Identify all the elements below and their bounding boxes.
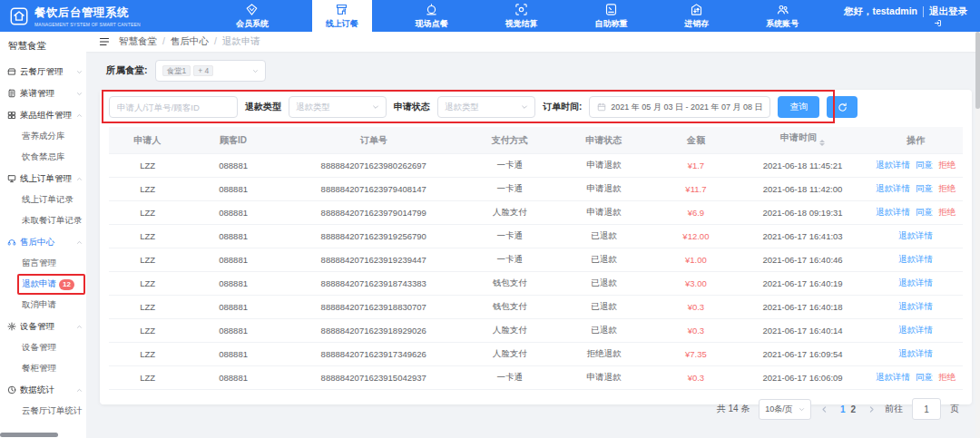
column-header[interactable]: 申请时间: [737, 127, 868, 154]
breadcrumb-separator: /: [214, 35, 217, 46]
action-detail-link[interactable]: 退款详情: [876, 207, 910, 217]
device-icon: [7, 322, 16, 331]
aftersale-icon: [7, 238, 16, 247]
nav-tab-visual-settlement[interactable]: 视觉结算: [492, 0, 552, 32]
search-input[interactable]: [109, 96, 238, 118]
sidebar-item-device-mgmt-sub[interactable]: 设备管理: [0, 337, 86, 358]
action-approve-link[interactable]: 同意: [916, 207, 933, 217]
sidebar-subitem-label: 餐柜管理: [22, 363, 56, 375]
cell-customer-id: 088881: [186, 319, 280, 343]
cell-customer-id: 088881: [186, 343, 280, 366]
action-detail-link[interactable]: 退款详情: [898, 254, 933, 264]
sidebar-item-refund-request[interactable]: 退款申请12: [0, 274, 86, 295]
action-detail-link[interactable]: 退款详情: [898, 230, 933, 240]
cell-actions: 退款详情同意拒绝: [868, 178, 963, 201]
table-row: LZZ0888818888842071623979408147一卡通申请退款¥1…: [109, 178, 963, 201]
sort-icon[interactable]: [819, 137, 825, 149]
sidebar-item-online-order-mgmt[interactable]: 线上订单管理: [0, 168, 86, 190]
table-row: LZZ0888818888842071623979014799人脸支付申请退款¥…: [109, 201, 963, 225]
apply-status-select[interactable]: 退款类型: [437, 96, 535, 118]
table-row: LZZ0888818888842071623919239447一卡通已退款¥1.…: [109, 248, 963, 272]
sidebar-item-cancel-request[interactable]: 取消申请: [0, 295, 86, 316]
cell-actions: 退款详情同意拒绝: [868, 366, 963, 390]
nav-tab-label: 视觉结算: [505, 18, 538, 30]
sidebar-subitem-label: 饮食禁忌库: [22, 151, 65, 163]
action-detail-link[interactable]: 退款详情: [898, 348, 933, 358]
cell-order-no: 8888842071623979408147: [280, 178, 467, 201]
sidebar-item-nutrition-library[interactable]: 营养成分库: [0, 126, 86, 147]
breadcrumb-item[interactable]: 智慧食堂: [119, 35, 157, 46]
nav-tab-member[interactable]: 会员系统: [222, 0, 282, 32]
page-size-value: 10条/页: [765, 404, 793, 415]
nav-tab-online-order[interactable]: 线上订餐: [312, 0, 372, 32]
action-approve-link[interactable]: 同意: [916, 183, 933, 193]
cell-time: 2021-06-17 16:06:09: [737, 366, 868, 390]
cell-customer-id: 088881: [186, 366, 280, 390]
sidebar-item-dish-component[interactable]: 菜品组件管理: [0, 104, 86, 126]
sidebar-subitem-label: 未取餐订单记录: [22, 215, 83, 227]
breadcrumb-bar: 智慧食堂/售后中心/退款申请: [86, 32, 980, 52]
cell-customer-id: 088881: [186, 154, 280, 178]
collapse-menu-icon[interactable]: [99, 36, 110, 47]
sidebar-item-aftersale-center[interactable]: 售后中心: [0, 231, 86, 253]
table-row: LZZ0888818888842071623918929026人脸支付已退款¥0…: [109, 319, 963, 343]
logout-button[interactable]: 退出登录: [929, 5, 967, 18]
cell-amount: ¥0.3: [655, 296, 737, 319]
cell-customer-id: 088881: [186, 272, 280, 296]
nav-tab-system-account[interactable]: 系统账号: [752, 0, 812, 32]
action-detail-link[interactable]: 退款详情: [898, 325, 933, 335]
table-row: LZZ0888818888842071623918830707钱包支付已退款¥0…: [109, 296, 963, 319]
action-approve-link[interactable]: 同意: [916, 372, 933, 382]
sidebar-item-cloud-canteen-order-stats[interactable]: 云餐厅订单统计: [0, 401, 86, 422]
nav-tab-self-weighing[interactable]: 自助称重: [581, 0, 641, 32]
sidebar-item-cabinet-mgmt[interactable]: 餐柜管理: [0, 358, 86, 379]
cell-status: 已退款: [553, 272, 655, 296]
date-range-picker[interactable]: 2021 年 05 月 03 日 - 2021 年 07 月 08 日: [589, 96, 770, 118]
sidebar-item-cloud-canteen[interactable]: 云餐厅管理: [0, 61, 86, 83]
goto-page-input[interactable]: [912, 398, 941, 420]
action-detail-link[interactable]: 退款详情: [898, 301, 933, 311]
cell-time: 2021-06-17 16:40:19: [737, 272, 868, 296]
cell-time: 2021-06-18 11:42:00: [737, 178, 868, 201]
page-number-1[interactable]: 1: [838, 404, 848, 414]
vertical-scrollbar-thumb[interactable]: [975, 32, 980, 109]
canteen-select[interactable]: 食堂1 + 4: [155, 60, 266, 82]
sidebar-item-message-mgmt[interactable]: 留言管理: [0, 253, 86, 274]
prev-page-button[interactable]: [820, 405, 828, 414]
nav-tab-inventory[interactable]: 进销存: [671, 0, 722, 32]
nav-tab-onsite-order[interactable]: 现场点餐: [402, 0, 462, 32]
sidebar-item-device-mgmt[interactable]: 设备管理: [0, 316, 86, 337]
action-approve-link[interactable]: 同意: [916, 160, 933, 170]
breadcrumb-item[interactable]: 售后中心: [171, 35, 209, 46]
sidebar-item-data-stats[interactable]: 数据统计: [0, 379, 86, 401]
action-detail-link[interactable]: 退款详情: [898, 277, 933, 287]
action-reject-link[interactable]: 拒绝: [938, 183, 956, 193]
chevron-down-icon: [252, 68, 259, 74]
cell-amount: ¥3.00: [655, 272, 737, 296]
cell-time: 2021-06-17 16:41:03: [737, 225, 868, 248]
search-button[interactable]: 查询: [778, 96, 819, 118]
action-reject-link[interactable]: 拒绝: [938, 207, 956, 217]
visual-settlement-icon: [514, 3, 528, 16]
refund-type-select[interactable]: 退款类型: [289, 96, 387, 118]
page-number-2[interactable]: 2: [848, 404, 858, 414]
horizontal-scrollbar-thumb[interactable]: [0, 433, 58, 437]
action-detail-link[interactable]: 退款详情: [876, 160, 910, 170]
action-detail-link[interactable]: 退款详情: [876, 183, 910, 193]
sidebar-item-recipe[interactable]: 菜谱管理: [0, 83, 86, 104]
sidebar-item-unpicked-order-records[interactable]: 未取餐订单记录: [0, 210, 86, 231]
action-reject-link[interactable]: 拒绝: [938, 160, 956, 170]
cell-amount: ¥0.3: [655, 319, 737, 343]
chevron-down-icon: [76, 91, 83, 97]
cell-order-no: 8888842071623918929026: [280, 319, 467, 343]
sidebar-item-diet-taboo-library[interactable]: 饮食禁忌库: [0, 147, 86, 168]
next-page-button[interactable]: [867, 405, 876, 414]
cell-actions: 退款详情: [868, 248, 963, 272]
refresh-button[interactable]: [827, 96, 858, 118]
chevron-up-icon: [76, 176, 83, 182]
cell-order-no: 8888842071623918830707: [280, 296, 467, 319]
action-reject-link[interactable]: 拒绝: [938, 372, 956, 382]
action-detail-link[interactable]: 退款详情: [876, 372, 910, 382]
sidebar-item-online-order-records[interactable]: 线上订单记录: [0, 190, 86, 210]
page-size-select[interactable]: 10条/页: [759, 399, 811, 420]
